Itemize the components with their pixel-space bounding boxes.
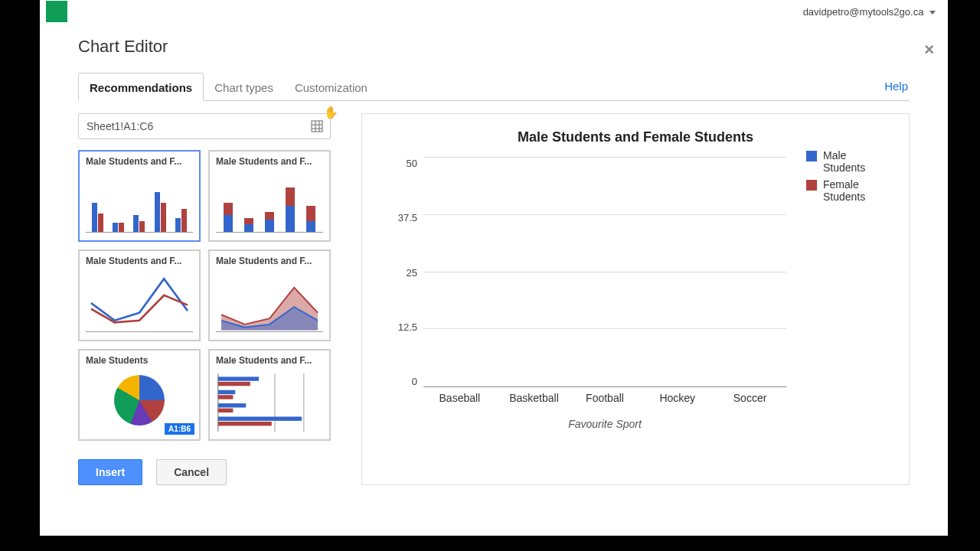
thumb-title: Male Students and F... xyxy=(216,256,323,266)
left-pane: Male Students and F... Male Students and… xyxy=(78,113,331,485)
thumb-horizontal-bar[interactable]: Male Students and F... xyxy=(208,349,331,441)
x-tick: Hockey xyxy=(655,392,701,404)
account-menu[interactable]: davidpetro@mytools2go.ca xyxy=(803,6,936,18)
range-badge: A1:B6 xyxy=(165,423,194,435)
legend-swatch-icon xyxy=(806,151,817,161)
x-axis-label: Favourite Sport xyxy=(423,418,886,430)
x-tick: Football xyxy=(582,392,628,404)
legend-item: Male Students xyxy=(806,149,890,174)
chart-title: Male Students and Female Students xyxy=(385,129,886,145)
y-tick: 25 xyxy=(407,267,417,279)
x-tick: Soccer xyxy=(727,392,773,404)
thumb-title: Male Students and F... xyxy=(216,156,323,167)
thumb-title: Male Students and F... xyxy=(216,355,323,366)
pie-icon xyxy=(114,375,165,425)
chart-preview: Male Students and Female Students Male S… xyxy=(361,113,910,485)
pie-slice-label: 38.5% xyxy=(92,401,113,409)
svg-rect-16 xyxy=(218,416,302,420)
recommendation-grid: Male Students and F... Male Students and… xyxy=(78,150,331,441)
svg-rect-11 xyxy=(218,382,250,386)
svg-rect-12 xyxy=(218,390,235,394)
svg-rect-15 xyxy=(218,409,234,412)
legend-label: Female Students xyxy=(823,178,890,203)
data-range-input[interactable] xyxy=(79,120,304,132)
thumb-grouped-bar[interactable]: Male Students and F... xyxy=(78,150,201,242)
legend-label: Male Students xyxy=(823,149,890,174)
legend-swatch-icon xyxy=(806,180,817,191)
svg-rect-14 xyxy=(218,403,246,407)
app-header: davidpetro@mytools2go.ca xyxy=(40,0,948,23)
svg-rect-10 xyxy=(218,377,259,380)
plot-area xyxy=(423,158,786,387)
modal-title: Chart Editor xyxy=(78,37,910,57)
data-range-field[interactable] xyxy=(78,113,331,139)
cancel-button[interactable]: Cancel xyxy=(156,459,227,485)
x-tick: Basketball xyxy=(509,392,555,404)
user-email-text: davidpetro@mytools2go.ca xyxy=(803,6,924,18)
button-row: Insert Cancel xyxy=(78,459,331,485)
thumb-title: Male Students xyxy=(86,355,193,366)
chart-editor-modal: × Chart Editor Recommendations Chart typ… xyxy=(40,23,948,536)
x-axis: BaseballBasketballFootballHockeySoccer xyxy=(423,387,886,404)
sheets-logo xyxy=(46,1,67,22)
x-tick: Baseball xyxy=(436,392,482,404)
thumb-pie[interactable]: Male Students 38.5% A1:B6 xyxy=(78,349,201,441)
tab-chart-types[interactable]: Chart types xyxy=(204,73,284,100)
thumb-line[interactable]: Male Students and F... xyxy=(78,249,201,341)
y-tick: 12.5 xyxy=(398,321,417,333)
help-link[interactable]: Help xyxy=(883,72,910,100)
chart-legend: Male Students Female Students xyxy=(806,149,890,207)
tab-customization[interactable]: Customization xyxy=(284,73,378,100)
y-axis: 50 37.5 25 12.5 0 xyxy=(385,158,423,387)
chevron-down-icon xyxy=(929,11,936,15)
svg-rect-0 xyxy=(312,121,322,132)
close-icon[interactable]: × xyxy=(924,40,934,60)
thumb-stacked-bar[interactable]: Male Students and F... xyxy=(208,150,331,242)
tab-recommendations[interactable]: Recommendations xyxy=(78,73,204,101)
thumb-area[interactable]: Male Students and F... xyxy=(208,249,331,341)
grid-select-icon[interactable] xyxy=(304,113,330,139)
legend-item: Female Students xyxy=(806,178,890,203)
thumb-title: Male Students and F... xyxy=(86,156,193,167)
svg-rect-13 xyxy=(218,395,234,399)
y-tick: 37.5 xyxy=(398,212,417,223)
thumb-title: Male Students and F... xyxy=(86,256,193,266)
insert-button[interactable]: Insert xyxy=(78,459,142,485)
tab-bar: Recommendations Chart types Customizatio… xyxy=(78,72,910,101)
y-tick: 0 xyxy=(412,376,417,387)
svg-rect-17 xyxy=(218,422,272,425)
y-tick: 50 xyxy=(407,158,417,169)
